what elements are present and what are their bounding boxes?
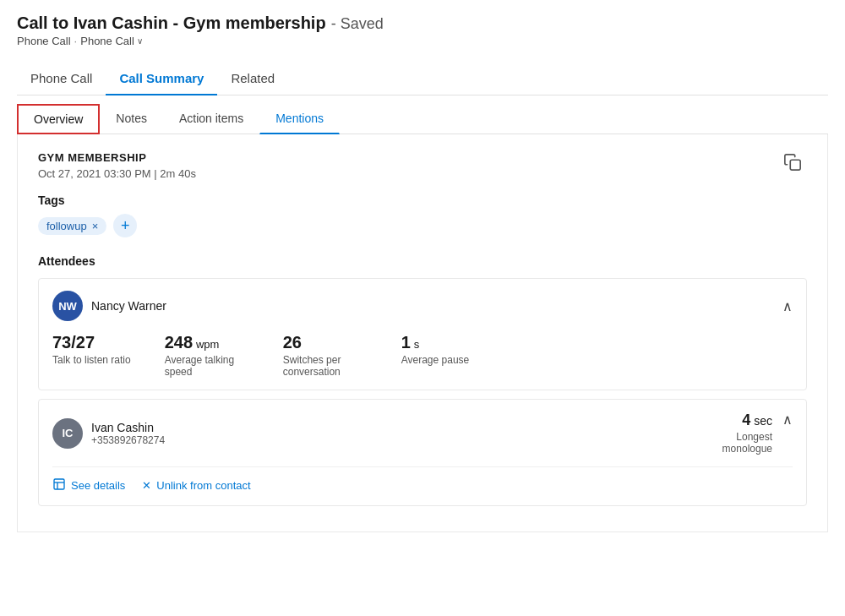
longest-mono-label: Longest monologue bbox=[688, 431, 772, 455]
subtab-overview[interactable]: Overview bbox=[17, 104, 100, 134]
breadcrumb-item1[interactable]: Phone Call bbox=[17, 35, 71, 47]
stat-label-pause: Average pause bbox=[401, 354, 470, 366]
attendee-name-nw: Nancy Warner bbox=[91, 299, 166, 313]
tab-phone-call[interactable]: Phone Call bbox=[17, 63, 106, 95]
page-container: Call to Ivan Cashin - Gym membership - S… bbox=[0, 0, 845, 546]
attendee-header-nw: NW Nancy Warner ∧ bbox=[52, 291, 793, 321]
see-details-label: See details bbox=[71, 479, 125, 492]
page-title: Call to Ivan Cashin - Gym membership bbox=[17, 14, 326, 33]
gym-header: GYM MEMBERSHIP Oct 27, 2021 03:30 PM | 2… bbox=[38, 151, 807, 180]
tags-section: Tags followup × + bbox=[38, 194, 807, 237]
attendee-footer-ic: See details ✕ Unlink from contact bbox=[52, 466, 793, 493]
stat-talk-listen: 73/27 Talk to listen ratio bbox=[52, 333, 131, 378]
chevron-down-icon: ∨ bbox=[137, 36, 143, 46]
collapse-icon-ic[interactable]: ∧ bbox=[782, 412, 793, 428]
stat-longest-mono: 4 sec Longest monologue bbox=[688, 412, 772, 455]
tag-remove-button[interactable]: × bbox=[92, 220, 99, 232]
attendee-info-nw: NW Nancy Warner bbox=[52, 291, 166, 321]
stat-avg-pause: 1 s Average pause bbox=[401, 333, 470, 378]
breadcrumb-separator: · bbox=[74, 35, 78, 47]
sub-tabs: Overview Notes Action items Mentions bbox=[17, 95, 828, 134]
unlink-contact-button[interactable]: ✕ Unlink from contact bbox=[142, 479, 250, 492]
breadcrumb-item2[interactable]: Phone Call ∨ bbox=[80, 35, 143, 47]
stat-avg-speed: 248 wpm Average talking speed bbox=[165, 333, 249, 378]
tags-row: followup × + bbox=[38, 214, 807, 237]
avatar-nw: NW bbox=[52, 291, 83, 321]
stat-value-pause: 1 s bbox=[401, 333, 470, 352]
attendee-info-ic: IC Ivan Cashin +353892678274 bbox=[52, 418, 165, 449]
content-card: GYM MEMBERSHIP Oct 27, 2021 03:30 PM | 2… bbox=[17, 134, 828, 532]
see-details-button[interactable]: See details bbox=[52, 477, 125, 493]
svg-rect-1 bbox=[54, 479, 64, 489]
attendee-header-ic: IC Ivan Cashin +353892678274 4 sec bbox=[52, 412, 793, 455]
attendee-name-ic: Ivan Cashin bbox=[91, 421, 165, 434]
unlink-icon: ✕ bbox=[142, 479, 151, 492]
attendees-label: Attendees bbox=[38, 254, 807, 268]
tags-label: Tags bbox=[38, 194, 807, 207]
collapse-icon-nw[interactable]: ∧ bbox=[782, 298, 793, 314]
stat-value: 73/27 bbox=[52, 333, 131, 352]
stat-label-speed: Average talking speed bbox=[165, 354, 249, 378]
subtab-notes[interactable]: Notes bbox=[100, 104, 163, 134]
stat-value-switches: 26 bbox=[283, 333, 368, 352]
copy-icon[interactable] bbox=[778, 151, 807, 177]
tab-call-summary[interactable]: Call Summary bbox=[106, 63, 217, 95]
breadcrumb: Phone Call · Phone Call ∨ bbox=[17, 35, 828, 47]
page-saved-label: - Saved bbox=[331, 15, 384, 33]
stat-label-switches: Switches per conversation bbox=[283, 354, 368, 378]
attendees-section: Attendees NW Nancy Warner ∧ bbox=[38, 254, 807, 506]
svg-rect-0 bbox=[790, 160, 800, 170]
tag-add-button[interactable]: + bbox=[113, 214, 137, 237]
stats-row-nw: 73/27 Talk to listen ratio 248 wpm Avera… bbox=[52, 333, 793, 378]
unlink-label: Unlink from contact bbox=[156, 479, 250, 492]
stat-label-talk: Talk to listen ratio bbox=[52, 354, 131, 366]
tag-chip-followup: followup × bbox=[38, 217, 106, 235]
attendee-row-nw: NW Nancy Warner ∧ 73/27 Talk to listen r… bbox=[38, 278, 807, 390]
attendee2-right: 4 sec Longest monologue ∧ bbox=[688, 412, 793, 455]
stat-value-speed: 248 wpm bbox=[165, 333, 249, 352]
attendee-phone-ic: +353892678274 bbox=[91, 434, 165, 446]
see-details-icon bbox=[52, 477, 66, 493]
tab-related[interactable]: Related bbox=[217, 63, 288, 95]
avatar-ic: IC bbox=[52, 418, 83, 449]
page-title-row: Call to Ivan Cashin - Gym membership - S… bbox=[17, 14, 828, 33]
top-tabs: Phone Call Call Summary Related bbox=[17, 63, 828, 95]
gym-date: Oct 27, 2021 03:30 PM | 2m 40s bbox=[38, 167, 196, 180]
stat-switches: 26 Switches per conversation bbox=[283, 333, 368, 378]
attendee-name-phone-ic: Ivan Cashin +353892678274 bbox=[91, 421, 165, 446]
subtab-action-items[interactable]: Action items bbox=[163, 104, 259, 134]
gym-title: GYM MEMBERSHIP bbox=[38, 151, 196, 164]
attendee-row-ic: IC Ivan Cashin +353892678274 4 sec bbox=[38, 399, 807, 506]
tag-text: followup bbox=[46, 220, 87, 232]
subtab-mentions[interactable]: Mentions bbox=[259, 104, 340, 134]
